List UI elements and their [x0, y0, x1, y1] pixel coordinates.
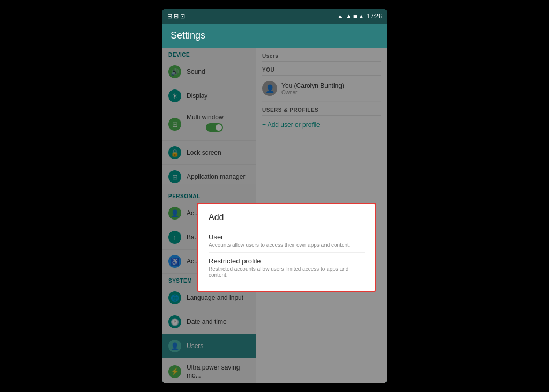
restricted-option-title: Restricted profile [209, 257, 365, 265]
user-option-title: User [209, 233, 365, 241]
user-option-desc: Accounts allow users to access their own… [209, 242, 365, 248]
settings-title: Settings [170, 30, 205, 41]
add-dialog: Add User Accounts allow users to access … [197, 203, 376, 292]
restricted-option-desc: Restricted accounts allow users limited … [209, 266, 365, 278]
status-bar-left-icons: ⊟ ⊞ ⊡ [167, 13, 185, 20]
notification-icons: ⊟ ⊞ ⊡ [167, 13, 185, 20]
status-bar-right: ▲ ▲ ■ ▲ 17:26 [337, 13, 382, 19]
status-bar: ⊟ ⊞ ⊡ ▲ ▲ ■ ▲ 17:26 [162, 9, 387, 24]
dialog-option-user[interactable]: User Accounts allow users to access thei… [209, 229, 365, 253]
wifi-icon: ▲ [337, 13, 343, 19]
dialog-option-restricted[interactable]: Restricted profile Restricted accounts a… [209, 253, 365, 282]
main-content: DEVICE 🔊 Sound ☀ Display ⊞ Multi window [162, 48, 387, 383]
settings-header: Settings [162, 24, 387, 48]
time-display: 17:26 [367, 13, 382, 19]
battery-text: ▲ ■ ▲ [346, 13, 365, 19]
dialog-title: Add [209, 213, 365, 222]
